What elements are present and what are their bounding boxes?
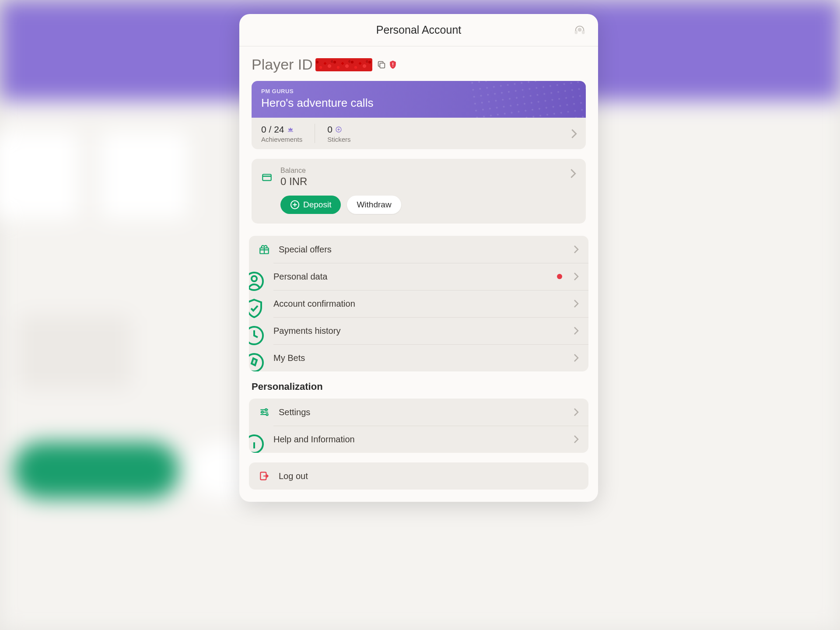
copy-icon[interactable] [377,60,386,70]
stickers-value: 0 [327,124,332,135]
svg-rect-4 [392,63,393,65]
menu-label: Settings [279,407,565,417]
info-circle-icon [249,434,265,445]
hero-stats-row[interactable]: 0 / 24 Achievements 0 Stic [252,118,586,149]
chevron-right-icon [574,245,579,254]
plus-circle-icon [290,200,300,210]
svg-rect-0 [575,31,578,34]
withdraw-button[interactable]: Withdraw [347,196,401,214]
svg-rect-5 [392,66,393,66]
menu-label: Account confirmation [273,299,565,309]
chevron-right-icon [574,408,579,416]
alert-shield-icon [389,60,397,70]
menu-label: Special offers [279,245,565,255]
svg-point-11 [252,276,257,281]
menu-label: My Bets [273,353,565,363]
balance-card[interactable]: Balance 0 INR Deposit Withdraw [252,159,586,224]
hero-card-header: PM GURUS Hero's adventure calls [252,81,586,118]
player-id-redacted [315,58,372,71]
stickers-label: Stickers [327,136,350,143]
chevron-right-icon [571,129,577,138]
logout-icon [259,470,270,482]
user-circle-icon [249,271,265,282]
support-agent-icon[interactable] [574,24,586,36]
account-menu-block: Special offers Personal data Account con… [249,236,588,371]
modal-title: Personal Account [376,24,462,36]
balance-value: 0 INR [280,175,576,188]
chevron-right-icon [574,354,579,362]
chevron-right-icon [574,272,579,281]
menu-item-personal-data[interactable]: Personal data [249,263,588,290]
menu-item-logout[interactable]: Log out [249,462,588,490]
menu-item-help[interactable]: Help and Information [249,426,588,453]
logout-block: Log out [249,462,588,490]
svg-rect-1 [582,31,584,34]
stickers-stat: 0 Stickers [327,124,350,143]
hero-eyebrow: PM GURUS [261,88,576,94]
svg-point-2 [578,28,581,31]
balance-label: Balance [280,167,576,175]
achievements-stat: 0 / 24 Achievements [261,124,302,143]
chevron-right-icon [574,435,579,444]
chevron-right-icon [574,326,579,335]
shield-check-icon [249,298,265,309]
gift-icon [259,244,270,255]
player-id-row: Player ID [252,56,586,73]
achievements-value: 0 / 24 [261,124,284,135]
menu-item-settings[interactable]: Settings [249,399,588,426]
svg-point-15 [262,411,263,413]
personalization-menu-block: Settings Help and Information [249,399,588,453]
svg-rect-3 [380,63,385,68]
personal-account-modal: Personal Account Player ID [239,14,598,502]
withdraw-label: Withdraw [357,200,391,210]
svg-point-14 [265,409,267,410]
player-id-label: Player ID [252,56,313,73]
chevron-right-icon [570,168,576,178]
deposit-label: Deposit [303,200,331,210]
clock-icon [249,325,265,336]
achievements-label: Achievements [261,136,302,143]
menu-item-payments-history[interactable]: Payments history [249,317,588,344]
deposit-button[interactable]: Deposit [280,196,341,214]
crown-icon [287,126,294,133]
menu-label: Log out [279,471,579,481]
plus-circle-icon [335,126,342,133]
svg-point-16 [266,413,268,415]
notification-dot-icon [557,274,562,279]
hero-title: Hero's adventure calls [261,96,576,110]
menu-label: Payments history [273,326,565,336]
menu-item-my-bets[interactable]: My Bets [249,344,588,371]
svg-rect-7 [262,175,271,181]
menu-item-account-confirmation[interactable]: Account confirmation [249,290,588,317]
sliders-icon [259,406,270,418]
modal-header: Personal Account [239,14,598,46]
menu-label: Personal data [273,272,548,282]
menu-item-special-offers[interactable]: Special offers [249,236,588,263]
stat-divider [315,124,315,143]
wallet-card-icon [261,172,273,183]
compass-icon [249,352,265,364]
menu-label: Help and Information [273,434,565,444]
svg-point-17 [249,435,263,453]
hero-adventure-card[interactable]: PM GURUS Hero's adventure calls 0 / 24 A… [252,81,586,149]
chevron-right-icon [574,299,579,308]
personalization-title: Personalization [252,381,586,392]
